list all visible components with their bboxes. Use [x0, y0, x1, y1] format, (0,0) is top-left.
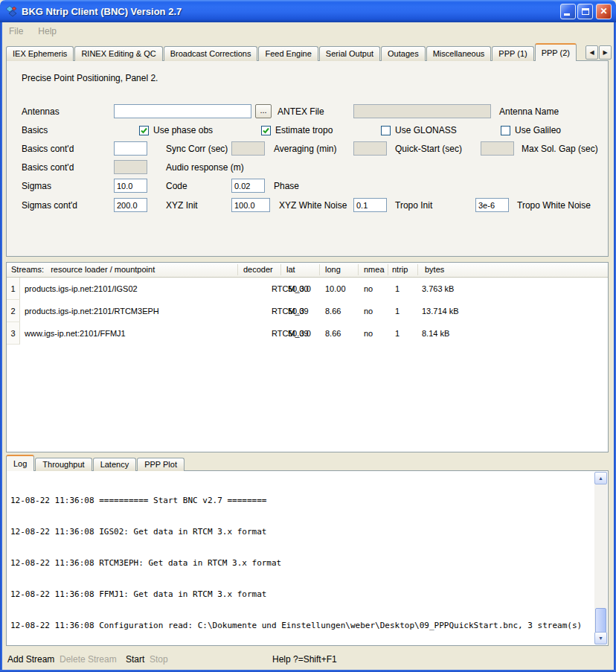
tab-ppp-plot[interactable]: PPP Plot: [137, 458, 185, 471]
header-bytes: bytes: [425, 265, 444, 274]
max-sol-gap-input: [481, 141, 514, 156]
window-title: BKG Ntrip Client (BNC) Version 2.7: [22, 6, 560, 17]
antenna-name-input: [353, 104, 491, 118]
cell-lat: 50.09: [288, 307, 309, 316]
use-phase-obs-checkbox[interactable]: [139, 126, 149, 135]
basics-contd2-label: Basics cont'd: [22, 162, 74, 173]
basics-label: Basics: [22, 125, 48, 135]
cell-nmea: no: [364, 307, 373, 316]
sigma-code-label: Code: [166, 181, 187, 191]
sigmas-label: Sigmas: [22, 181, 51, 191]
cell-mountpoint: www.igs-ip.net:2101/FFMJ1: [25, 329, 126, 338]
cell-nmea: no: [364, 284, 373, 293]
cell-bytes: 13.714 kB: [422, 307, 459, 316]
streams-table: Streams: resource loader / mountpoint de…: [6, 262, 609, 452]
table-row[interactable]: 2 products.igs-ip.net:2101/RTCM3EPH RTCM…: [7, 300, 608, 322]
basics-contd-label: Basics cont'd: [22, 144, 74, 154]
tropo-white-noise-label: Tropo White Noise: [517, 200, 591, 211]
use-galileo-checkbox[interactable]: [501, 126, 510, 135]
cell-lat: 50.09: [288, 329, 309, 338]
help-shortcut-label: Help ?=Shift+F1: [272, 654, 337, 665]
tropo-init-input[interactable]: [353, 198, 387, 212]
table-row[interactable]: 1 products.igs-ip.net:2101/IGS02 RTCM_3.…: [7, 278, 608, 300]
tab-outages[interactable]: Outages: [381, 46, 426, 61]
title-bar[interactable]: BKG Ntrip Client (BNC) Version 2.7 ✕: [0, 0, 616, 22]
app-icon: [5, 5, 17, 17]
sigma-code-input[interactable]: [114, 179, 147, 193]
check-icon: [140, 127, 148, 135]
log-line: 12-08-22 11:36:08 ========== Start BNC v…: [10, 496, 591, 506]
cell-lat: 50.00: [288, 284, 309, 293]
cell-ntrip: 1: [395, 329, 400, 338]
audio-response-label: Audio response (m): [166, 162, 244, 173]
use-glonass-label: Use GLONASS: [395, 125, 457, 135]
stop-button: Stop: [150, 654, 168, 665]
minimize-button[interactable]: [560, 4, 576, 19]
row-number[interactable]: 2: [7, 300, 20, 322]
table-row[interactable]: 3 www.igs-ip.net:2101/FFMJ1 RTCM_3.0 50.…: [7, 322, 608, 345]
tab-serial-output[interactable]: Serial Output: [319, 46, 380, 61]
antennas-input[interactable]: [114, 104, 251, 118]
xyz-init-input[interactable]: [114, 198, 147, 212]
maximize-button[interactable]: [577, 4, 593, 19]
header-long: long: [325, 265, 341, 274]
tab-throughput[interactable]: Throughput: [35, 458, 92, 471]
tab-feed-engine[interactable]: Feed Engine: [258, 46, 318, 61]
tropo-white-noise-input[interactable]: [475, 198, 509, 212]
add-stream-button[interactable]: Add Stream: [7, 654, 54, 665]
use-phase-obs-label: Use phase obs: [153, 125, 213, 135]
tab-ppp-2[interactable]: PPP (2): [535, 43, 577, 61]
header-separator: [358, 264, 359, 275]
header-ntrip: ntrip: [392, 265, 408, 274]
row-number[interactable]: 1: [7, 278, 20, 300]
left-arrow-icon: ◀: [589, 49, 594, 56]
xyz-white-noise-input[interactable]: [231, 198, 270, 212]
tab-scroll-left-button[interactable]: ◀: [585, 45, 598, 60]
tab-rinex-editing-qc[interactable]: RINEX Editing & QC: [74, 46, 162, 61]
start-button[interactable]: Start: [126, 654, 144, 665]
streams-table-header: Streams: resource loader / mountpoint de…: [7, 263, 608, 278]
sync-corr-input[interactable]: [114, 141, 147, 156]
tab-scroll-right-button[interactable]: ▶: [599, 45, 612, 60]
menu-file[interactable]: File: [9, 26, 23, 36]
antex-browse-button[interactable]: ...: [255, 104, 272, 118]
scroll-up-button[interactable]: ▲: [594, 472, 607, 484]
check-icon: [262, 127, 270, 135]
maximize-icon: [582, 8, 589, 15]
cell-bytes: 3.763 kB: [422, 284, 454, 293]
sync-corr-label: Sync Corr (sec): [166, 144, 228, 154]
sigma-phase-label: Phase: [274, 181, 299, 191]
use-glonass-checkbox[interactable]: [381, 126, 391, 135]
tab-broadcast-corrections[interactable]: Broadcast Corrections: [164, 46, 258, 61]
antennas-label: Antennas: [22, 106, 60, 117]
menu-help[interactable]: Help: [38, 26, 57, 36]
scrollbar-thumb[interactable]: [595, 608, 606, 633]
cell-ntrip: 1: [395, 284, 400, 293]
use-galileo-label: Use Galileo: [515, 125, 561, 135]
averaging-input: [231, 141, 265, 156]
tab-miscellaneous[interactable]: Miscellaneous: [426, 46, 492, 61]
tab-iex-ephemeris[interactable]: IEX Ephemeris: [6, 46, 74, 61]
estimate-tropo-checkbox[interactable]: [261, 126, 271, 135]
tab-scroll-buttons: ◀ ▶: [585, 45, 612, 60]
delete-stream-button: Delete Stream: [60, 654, 117, 665]
xyz-init-label: XYZ Init: [166, 200, 198, 211]
tab-ppp-1[interactable]: PPP (1): [492, 46, 533, 61]
panel-heading: Precise Point Positioning, Panel 2.: [22, 73, 158, 83]
up-arrow-icon: ▲: [598, 476, 603, 481]
bottom-tab-bar: Log Throughput Latency PPP Plot: [6, 455, 185, 471]
log-scrollbar[interactable]: ▲ ▼: [594, 472, 607, 644]
tab-log[interactable]: Log: [6, 455, 34, 471]
header-separator: [319, 264, 320, 275]
row-number[interactable]: 3: [7, 322, 20, 345]
sigma-phase-input[interactable]: [231, 179, 265, 193]
close-button[interactable]: ✕: [596, 4, 612, 19]
cell-long: 8.66: [325, 307, 341, 316]
averaging-label: Averaging (min): [274, 144, 336, 154]
log-line: 12-08-22 11:36:08 FFMJ1: Get data in RTC…: [10, 589, 591, 600]
scroll-down-button[interactable]: ▼: [594, 632, 607, 644]
tab-latency[interactable]: Latency: [93, 458, 137, 471]
action-bar: Add Stream Delete Stream Start Stop Help…: [2, 649, 614, 670]
log-panel: 12-08-22 11:36:08 ========== Start BNC v…: [6, 470, 609, 646]
header-lat: lat: [286, 265, 295, 274]
